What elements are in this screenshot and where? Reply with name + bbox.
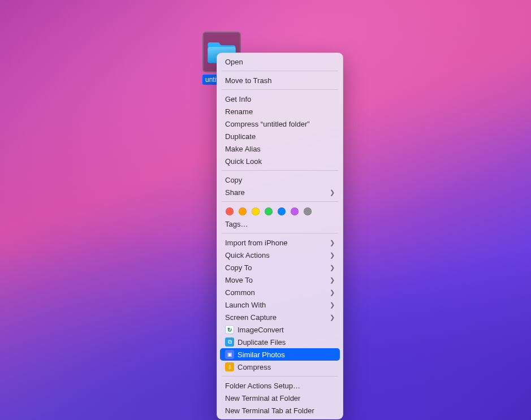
menu-move-to-trash[interactable]: Move to Trash (217, 74, 343, 86)
menu-item-label: Quick Look (225, 157, 335, 166)
menu-make-alias[interactable]: Make Alias (217, 142, 343, 155)
menu-item-label: Share (225, 188, 326, 197)
menu-item-label: Tags… (225, 220, 335, 228)
menu-item-label: Compress (238, 363, 335, 371)
chevron-right-icon: ❯ (330, 252, 335, 259)
menu-new-terminal-tab-at-folder[interactable]: New Terminal Tab at Folder (217, 404, 343, 417)
menu-import-from-iphone[interactable]: Import from iPhone ❯ (217, 236, 343, 249)
menu-tags[interactable]: Tags… (217, 218, 343, 230)
menu-copy-to[interactable]: Copy To ❯ (217, 261, 343, 274)
separator (222, 233, 338, 233)
menu-item-label: Move To (225, 276, 326, 284)
tag-color-dot[interactable] (291, 207, 299, 215)
menu-rename[interactable]: Rename (217, 105, 343, 118)
menu-open[interactable]: Open (217, 55, 343, 68)
menu-item-label: Screen Capture (225, 313, 326, 322)
menu-duplicate-files[interactable]: Duplicate Files (217, 336, 343, 348)
menu-item-label: Compress “untitled folder” (225, 120, 335, 128)
chevron-right-icon: ❯ (330, 189, 335, 196)
separator (222, 170, 338, 171)
menu-item-label: ImageConvert (238, 326, 335, 334)
menu-item-label: New Terminal Tab at Folder (225, 406, 335, 415)
menu-similar-photos[interactable]: Similar Photos (220, 348, 340, 361)
context-menu: Open Move to Trash Get Info Rename Compr… (217, 53, 343, 419)
menu-item-label: New Terminal at Folder (225, 394, 335, 402)
menu-tag-colors (217, 205, 343, 218)
menu-item-label: Common (225, 288, 326, 297)
tag-color-dot[interactable] (239, 207, 247, 215)
menu-item-label: Duplicate (225, 132, 335, 141)
separator (222, 89, 338, 90)
menu-item-label: Get Info (225, 95, 335, 103)
menu-item-label: Make Alias (225, 145, 335, 153)
menu-compress-named[interactable]: Compress “untitled folder” (217, 118, 343, 130)
tag-color-dot[interactable] (226, 207, 234, 215)
menu-get-info[interactable]: Get Info (217, 93, 343, 105)
chevron-right-icon: ❯ (330, 314, 335, 321)
menu-item-label: Open (225, 58, 335, 66)
desktop-wallpaper: untitled folder Open Move to Trash Get I… (0, 0, 531, 420)
menu-common[interactable]: Common ❯ (217, 286, 343, 298)
similar-photos-icon (225, 350, 234, 359)
imageconvert-icon (225, 325, 234, 334)
menu-duplicate[interactable]: Duplicate (217, 130, 343, 142)
menu-item-label: Similar Photos (238, 350, 335, 359)
separator (222, 201, 338, 202)
chevron-right-icon: ❯ (330, 239, 335, 246)
tag-color-dot[interactable] (278, 207, 286, 215)
menu-item-label: Import from iPhone (225, 239, 326, 247)
menu-quick-actions[interactable]: Quick Actions ❯ (217, 249, 343, 261)
separator (222, 376, 338, 376)
chevron-right-icon: ❯ (330, 264, 335, 271)
menu-folder-actions-setup[interactable]: Folder Actions Setup… (217, 379, 343, 392)
compress-icon (225, 362, 234, 371)
menu-item-label: Quick Actions (225, 251, 326, 259)
duplicate-files-icon (225, 337, 234, 347)
chevron-right-icon: ❯ (330, 276, 335, 284)
menu-item-label: Folder Actions Setup… (225, 382, 335, 390)
menu-item-label: Copy To (225, 263, 326, 272)
menu-move-to[interactable]: Move To ❯ (217, 274, 343, 286)
chevron-right-icon: ❯ (330, 301, 335, 309)
menu-share[interactable]: Share ❯ (217, 186, 343, 198)
menu-compress-action[interactable]: Compress (217, 361, 343, 373)
tag-color-dot[interactable] (304, 207, 312, 215)
menu-new-terminal-at-folder[interactable]: New Terminal at Folder (217, 392, 343, 404)
chevron-right-icon: ❯ (330, 289, 335, 296)
tag-color-dot[interactable] (265, 207, 273, 215)
tag-color-dot[interactable] (252, 207, 260, 215)
menu-item-label: Duplicate Files (238, 338, 335, 347)
menu-launch-with[interactable]: Launch With ❯ (217, 298, 343, 311)
menu-image-convert[interactable]: ImageConvert (217, 323, 343, 336)
menu-quick-look[interactable]: Quick Look (217, 155, 343, 167)
menu-item-label: Launch With (225, 301, 326, 309)
menu-item-label: Copy (225, 176, 335, 184)
menu-item-label: Rename (225, 107, 335, 116)
menu-copy[interactable]: Copy (217, 174, 343, 186)
menu-item-label: Move to Trash (225, 76, 335, 85)
menu-screen-capture[interactable]: Screen Capture ❯ (217, 311, 343, 323)
separator (222, 71, 338, 71)
